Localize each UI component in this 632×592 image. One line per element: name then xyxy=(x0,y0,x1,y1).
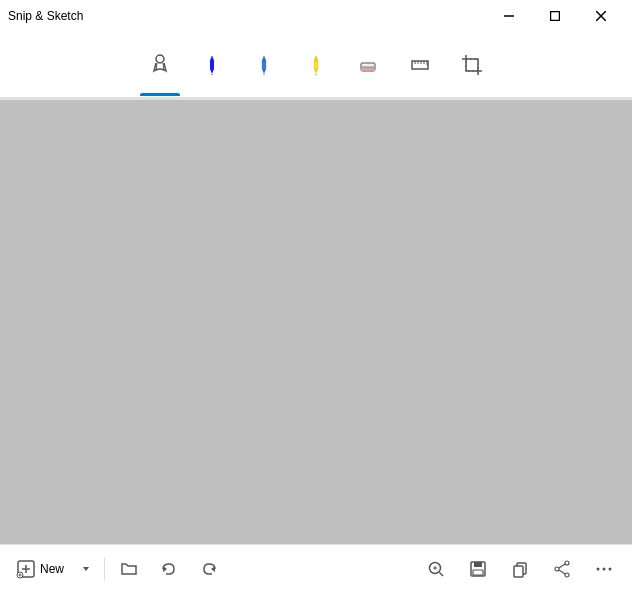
share-button[interactable] xyxy=(542,549,582,589)
svg-point-52 xyxy=(603,567,606,570)
minimize-button[interactable] xyxy=(486,0,532,32)
pencil-tool[interactable] xyxy=(240,37,288,93)
new-dropdown-button[interactable] xyxy=(72,551,100,587)
svg-marker-36 xyxy=(211,566,215,572)
touch-writing-tool[interactable] xyxy=(136,37,184,93)
ruler-tool[interactable] xyxy=(396,37,444,93)
eraser-tool[interactable] xyxy=(344,37,392,93)
svg-point-53 xyxy=(609,567,612,570)
svg-rect-12 xyxy=(262,61,266,69)
svg-point-48 xyxy=(555,567,559,571)
redo-button[interactable] xyxy=(189,549,229,589)
svg-line-38 xyxy=(440,572,444,576)
new-button[interactable]: New xyxy=(8,553,72,585)
svg-rect-16 xyxy=(314,61,318,69)
title-bar-controls xyxy=(486,0,624,32)
svg-marker-35 xyxy=(163,566,167,572)
highlighter-tool[interactable] xyxy=(292,37,340,93)
copy-button[interactable] xyxy=(500,549,540,589)
svg-point-47 xyxy=(565,573,569,577)
close-button[interactable] xyxy=(578,0,624,32)
svg-rect-45 xyxy=(514,566,523,577)
svg-marker-17 xyxy=(314,69,318,74)
svg-marker-7 xyxy=(210,56,214,61)
maximize-button[interactable] xyxy=(532,0,578,32)
svg-marker-9 xyxy=(210,69,214,74)
svg-rect-20 xyxy=(361,67,375,71)
svg-line-50 xyxy=(559,570,565,574)
canvas-area[interactable] xyxy=(0,100,632,544)
svg-marker-34 xyxy=(83,567,89,571)
undo-button[interactable] xyxy=(149,549,189,589)
svg-marker-15 xyxy=(314,56,318,61)
svg-marker-13 xyxy=(262,69,266,74)
svg-point-4 xyxy=(156,55,164,63)
new-label: New xyxy=(40,562,64,576)
open-button[interactable] xyxy=(109,549,149,589)
save-button[interactable] xyxy=(458,549,498,589)
svg-point-51 xyxy=(597,567,600,570)
svg-line-49 xyxy=(559,564,565,568)
svg-marker-11 xyxy=(262,56,266,61)
divider xyxy=(104,557,105,581)
bottom-bar: New xyxy=(0,544,632,592)
svg-rect-1 xyxy=(551,12,560,21)
crop-tool[interactable] xyxy=(448,37,496,93)
ballpoint-pen-tool[interactable] xyxy=(188,37,236,93)
more-button[interactable] xyxy=(584,549,624,589)
svg-rect-43 xyxy=(473,570,483,575)
toolbar xyxy=(0,32,632,100)
bottom-right-actions xyxy=(416,549,624,589)
svg-point-46 xyxy=(565,561,569,565)
svg-rect-8 xyxy=(210,61,214,69)
svg-rect-42 xyxy=(474,562,482,567)
title-bar: Snip & Sketch xyxy=(0,0,632,32)
title-bar-left: Snip & Sketch xyxy=(8,9,83,23)
app-title: Snip & Sketch xyxy=(8,9,83,23)
bottom-left-actions: New xyxy=(8,549,229,589)
svg-rect-27 xyxy=(466,59,478,71)
zoom-button[interactable] xyxy=(416,549,456,589)
